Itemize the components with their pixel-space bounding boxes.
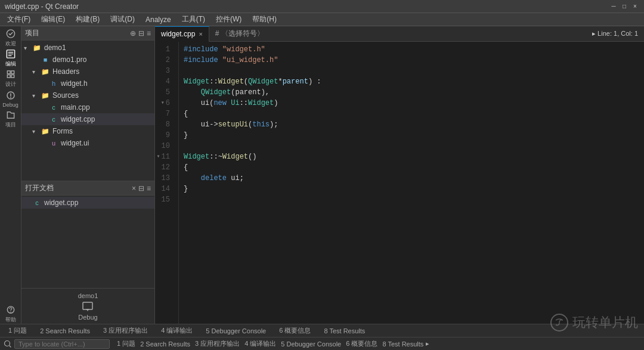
svg-rect-5 bbox=[11, 75, 14, 78]
tab-label: widget.cpp bbox=[161, 30, 195, 38]
status-compile: 4 编译输出 bbox=[244, 339, 276, 348]
maximize-button[interactable]: □ bbox=[620, 2, 628, 11]
tree-item-widget-ui[interactable]: u widget.ui bbox=[21, 137, 154, 149]
open-files-controls: × ⊟ ≡ bbox=[132, 184, 151, 193]
file-tree-header: 项目 ⊕ ⊟ ≡ bbox=[21, 26, 154, 41]
tree-item-sources[interactable]: ▾ 📁 Sources bbox=[21, 89, 154, 101]
bottom-tab-compile[interactable]: 4 编译输出 bbox=[155, 325, 199, 336]
code-line-10 bbox=[184, 141, 639, 151]
tree-item-headers[interactable]: ▾ 📁 Headers bbox=[21, 66, 154, 78]
open-file-widget-cpp[interactable]: c widget.cpp bbox=[21, 197, 154, 209]
tree-label-headers: Headers bbox=[52, 67, 79, 76]
bottom-tab-issues[interactable]: 1 问题 bbox=[2, 325, 33, 336]
bottom-tab-app-output[interactable]: 3 应用程序输出 bbox=[97, 325, 154, 336]
code-line-11: Widget::~Widget() bbox=[184, 151, 639, 162]
file-tree-title: 项目 bbox=[25, 28, 39, 38]
tree-item-forms[interactable]: ▾ 📁 Forms bbox=[21, 125, 154, 137]
open-files-settings-icon[interactable]: ≡ bbox=[147, 184, 151, 193]
close-button[interactable]: × bbox=[631, 2, 639, 11]
svg-rect-3 bbox=[11, 71, 14, 74]
code-line-9: } bbox=[184, 130, 639, 141]
menu-file[interactable]: 文件(F) bbox=[2, 13, 35, 26]
tree-label-widget-cpp: widget.cpp bbox=[61, 115, 95, 123]
tree-item-widget-cpp[interactable]: c widget.cpp bbox=[21, 113, 154, 125]
status-search: 2 Search Results bbox=[140, 340, 190, 348]
tree-label-demo1: demo1 bbox=[44, 44, 66, 52]
code-editor[interactable]: 1 2 3 4 5 ▾6 7 8 9 10 ▾11 12 13 14 15 #i… bbox=[155, 42, 644, 324]
tree-label-main-cpp: main.cpp bbox=[61, 103, 90, 111]
line-8: 8 bbox=[155, 119, 174, 130]
sidebar: 欢迎 编辑 设计 Debug 项目 帮助 bbox=[0, 26, 21, 324]
main-layout: 欢迎 编辑 设计 Debug 项目 帮助 项目 ⊕ ⊟ bbox=[0, 26, 644, 324]
settings-icon[interactable]: ≡ bbox=[147, 29, 151, 38]
tree-item-widget-h[interactable]: h widget.h bbox=[21, 78, 154, 89]
title-controls: ─ □ × bbox=[609, 2, 639, 11]
bottom-tab-test[interactable]: 8 Test Results bbox=[318, 326, 371, 336]
sidebar-help[interactable]: 帮助 bbox=[1, 305, 20, 324]
open-files-expand-icon[interactable]: ⊟ bbox=[138, 184, 144, 193]
breadcrumb-text: # 〈选择符号〉 bbox=[215, 29, 264, 38]
status-test: 8 Test Results bbox=[382, 340, 423, 348]
title-bar: widget.cpp - Qt Creator ─ □ × bbox=[0, 0, 644, 13]
code-line-14: } bbox=[184, 184, 639, 194]
menu-help[interactable]: 帮助(H) bbox=[247, 13, 281, 26]
code-line-13: delete ui; bbox=[184, 173, 639, 184]
line-6: ▾6 bbox=[155, 98, 174, 109]
menu-analyze[interactable]: Analyze bbox=[141, 14, 176, 25]
line-7: 7 bbox=[155, 109, 174, 119]
sidebar-welcome[interactable]: 欢迎 bbox=[1, 29, 20, 48]
open-file-label: widget.cpp bbox=[44, 199, 78, 207]
open-files-header: 打开文档 × ⊟ ≡ bbox=[21, 181, 154, 196]
filter-icon[interactable]: ⊕ bbox=[130, 29, 136, 38]
tree-label-sources: Sources bbox=[52, 91, 79, 100]
debug-label: Debug bbox=[78, 314, 97, 321]
tree-item-demo1[interactable]: ▾ 📁 demo1 bbox=[21, 42, 154, 54]
menu-widgets[interactable]: 控件(W) bbox=[211, 13, 246, 26]
status-app: 3 应用程序输出 bbox=[195, 339, 240, 348]
line-11: ▾11 bbox=[155, 151, 174, 162]
code-line-5: QWidget(parent), bbox=[184, 87, 639, 98]
line-13: 13 bbox=[155, 173, 174, 184]
status-issues: 1 问题 bbox=[117, 339, 135, 348]
bottom-tab-summary[interactable]: 6 概要信息 bbox=[273, 325, 317, 336]
tree-label-widget-h: widget.h bbox=[61, 79, 88, 88]
open-files-content: c widget.cpp bbox=[21, 196, 154, 288]
locate-input[interactable] bbox=[14, 339, 110, 349]
sidebar-edit[interactable]: 编辑 bbox=[1, 49, 20, 68]
sidebar-design[interactable]: 设计 bbox=[1, 69, 20, 88]
file-tree-panel: 项目 ⊕ ⊟ ≡ ▾ 📁 demo1 ■ demo1.pro ▾ bbox=[21, 26, 155, 324]
open-files-close-icon[interactable]: × bbox=[132, 184, 136, 193]
line-3: 3 bbox=[155, 66, 174, 76]
sidebar-project[interactable]: 项目 bbox=[1, 110, 20, 129]
status-overview: 6 概要信息 bbox=[346, 339, 377, 348]
code-line-1: #include "widget.h" bbox=[184, 44, 639, 55]
demo-label: demo1 bbox=[78, 292, 98, 299]
tree-item-demo1-pro[interactable]: ■ demo1.pro bbox=[21, 54, 154, 66]
tree-item-main-cpp[interactable]: c main.cpp bbox=[21, 101, 154, 113]
line-info: ▸ Line: 1, Col: 1 bbox=[592, 30, 644, 38]
tab-bar: widget.cpp × # 〈选择符号〉 ▸ Line: 1, Col: 1 bbox=[155, 26, 644, 42]
line-12: 12 bbox=[155, 162, 174, 173]
bottom-tab-debugger[interactable]: 5 Debugger Console bbox=[200, 326, 272, 336]
collapse-icon[interactable]: ⊟ bbox=[138, 29, 144, 38]
line-9: 9 bbox=[155, 130, 174, 141]
menu-edit[interactable]: 编辑(E) bbox=[36, 13, 70, 26]
minimize-button[interactable]: ─ bbox=[609, 2, 618, 11]
tree-label-forms: Forms bbox=[52, 127, 73, 135]
sidebar-debug[interactable]: Debug bbox=[1, 89, 20, 109]
menu-build[interactable]: 构建(B) bbox=[71, 13, 104, 26]
tab-close-icon[interactable]: × bbox=[199, 30, 202, 38]
open-files-title: 打开文档 bbox=[25, 183, 54, 193]
editor-area: widget.cpp × # 〈选择符号〉 ▸ Line: 1, Col: 1 … bbox=[155, 26, 644, 324]
tab-widget-cpp[interactable]: widget.cpp × bbox=[155, 26, 209, 42]
code-content[interactable]: #include "widget.h" #include "ui_widget.… bbox=[179, 42, 644, 324]
code-line-8: ui->setupUi(this); bbox=[184, 119, 639, 130]
line-numbers: 1 2 3 4 5 ▾6 7 8 9 10 ▾11 12 13 14 15 bbox=[155, 42, 179, 324]
menu-debug[interactable]: 调试(D) bbox=[106, 13, 140, 26]
line-5: 5 bbox=[155, 87, 174, 98]
code-line-3 bbox=[184, 66, 639, 76]
status-debugger-console: 5 Debugger Console bbox=[281, 340, 341, 348]
file-tree-controls: ⊕ ⊟ ≡ bbox=[130, 29, 151, 38]
menu-tools[interactable]: 工具(T) bbox=[177, 13, 210, 26]
bottom-tab-search[interactable]: 2 Search Results bbox=[34, 326, 96, 336]
